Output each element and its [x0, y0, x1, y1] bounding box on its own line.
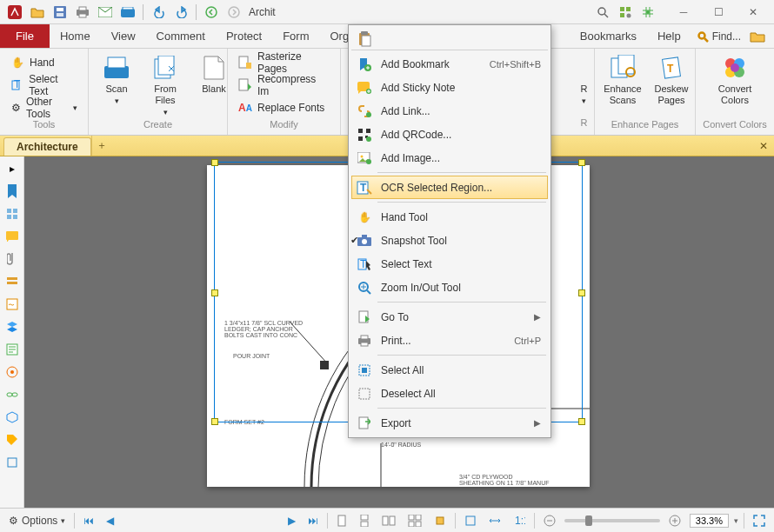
svg-rect-23 — [108, 57, 125, 68]
ctx-zoom-label: Zoom In/Out Tool — [381, 282, 541, 294]
layout-single-icon[interactable] — [333, 512, 350, 529]
window-minimize[interactable]: ─ — [666, 0, 701, 24]
nav-fwd-icon[interactable] — [224, 2, 244, 23]
convert-colors-button[interactable]: Convert Colors — [714, 52, 756, 108]
ctx-export-label: Export — [381, 417, 534, 429]
svg-rect-45 — [7, 282, 17, 284]
open-icon[interactable] — [27, 2, 48, 23]
ctx-add-link[interactable]: Add Link... — [351, 99, 548, 123]
recompress-button[interactable]: Recompress Im — [235, 75, 333, 96]
destinations-panel-icon[interactable] — [3, 363, 21, 381]
ctx-export[interactable]: Export ▶ — [351, 411, 548, 435]
document-tab-active[interactable]: Architecture — [3, 137, 91, 156]
ctx-zoom-tool[interactable]: Zoom In/Out Tool — [351, 276, 548, 299]
hand-tool-button[interactable]: ✋Hand — [7, 52, 81, 73]
window-maximize[interactable]: ☐ — [701, 0, 736, 24]
ctx-snapshot-tool[interactable]: ✔ Snapshot Tool — [351, 229, 548, 252]
ctx-add-sticky[interactable]: Add Sticky Note — [351, 76, 548, 99]
enhance-scans-button[interactable]: Enhance Scans — [602, 52, 644, 108]
ctx-ocr-region[interactable]: T OCR Selected Region... — [351, 176, 548, 199]
fit-page-icon[interactable] — [461, 512, 480, 529]
fields-panel-icon[interactable] — [3, 273, 21, 290]
email-icon[interactable] — [95, 2, 116, 23]
tab-view[interactable]: View — [101, 24, 146, 48]
ctx-hand-tool[interactable]: ✋ Hand Tool — [351, 205, 548, 229]
ctx-qr-label: Add QRCode... — [381, 129, 541, 141]
redo-icon[interactable] — [170, 2, 191, 23]
first-page-button[interactable]: ⏮ — [80, 512, 97, 529]
ctx-add-bookmark[interactable]: Add Bookmark Ctrl+Shift+B — [351, 52, 548, 76]
ctx-select-text[interactable]: T Select Text — [351, 252, 548, 276]
links-panel-icon[interactable] — [3, 386, 21, 403]
tab-bookmarks[interactable]: Bookmarks — [570, 30, 647, 43]
ctx-deselect-all[interactable]: Deselect All — [351, 382, 548, 405]
properties-panel-icon[interactable] — [3, 454, 21, 471]
layout-facing-icon[interactable] — [378, 512, 399, 529]
gear-status-icon: ⚙ — [9, 515, 18, 527]
actual-size-icon[interactable]: 1:1 — [510, 512, 529, 529]
open-folder-icon[interactable] — [747, 26, 768, 47]
tags-panel-icon[interactable] — [3, 431, 21, 449]
tab-comment[interactable]: Comment — [146, 24, 216, 48]
fit-width-icon[interactable] — [485, 512, 504, 529]
layout-facing-continuous-icon[interactable] — [404, 512, 425, 529]
ui-options-icon[interactable] — [615, 2, 636, 23]
attachments-panel-icon[interactable] — [3, 250, 21, 268]
new-tab-button[interactable]: ＋ — [91, 136, 112, 156]
deskew-button[interactable]: TDeskew Pages — [651, 52, 692, 108]
zoom-out-button[interactable] — [540, 512, 559, 529]
thumbnails-panel-icon[interactable] — [3, 205, 21, 223]
ctx-goto[interactable]: Go To ▶ — [351, 305, 548, 329]
scan-qat-icon[interactable] — [117, 2, 138, 23]
group-modify-label: Modify — [235, 119, 333, 133]
scan-button[interactable]: Scan▾ — [96, 52, 137, 107]
layers-panel-icon[interactable] — [3, 318, 21, 336]
fullscreen-icon[interactable] — [750, 512, 769, 529]
replace-fonts-button[interactable]: AAReplace Fonts — [235, 97, 333, 118]
app-icon[interactable] — [4, 2, 25, 23]
search-icon[interactable] — [592, 2, 613, 23]
close-tab-button[interactable]: ✕ — [753, 136, 774, 156]
zoom-slider[interactable] — [564, 519, 660, 522]
replace-fonts-label: Replace Fonts — [257, 102, 324, 114]
ctx-select-all[interactable]: Select All — [351, 358, 548, 382]
last-page-button[interactable]: ⏭ — [304, 512, 322, 529]
other-tools-button[interactable]: ⚙Other Tools▾ — [7, 97, 81, 118]
undo-icon[interactable] — [148, 2, 169, 23]
svg-rect-6 — [79, 14, 86, 17]
rotate-view-icon[interactable] — [430, 512, 450, 529]
next-page-button[interactable]: ▶ — [284, 512, 299, 529]
from-files-button[interactable]: From Files▾ — [144, 52, 186, 118]
options-button[interactable]: ⚙ Options▾ — [5, 512, 69, 529]
ctx-print-label: Print... — [381, 335, 514, 347]
tab-file[interactable]: File — [0, 24, 50, 48]
zoom-value[interactable]: 33.3% — [690, 514, 729, 528]
find-button[interactable]: Find... — [691, 29, 746, 44]
ctx-deselectall-label: Deselect All — [381, 388, 541, 400]
tab-form[interactable]: Form — [272, 24, 319, 48]
rasterize-button[interactable]: Rasterize Pages — [235, 52, 333, 73]
print-icon[interactable] — [72, 2, 93, 23]
select-text-ctx-icon: T — [355, 255, 374, 274]
signatures-panel-icon[interactable] — [3, 296, 21, 313]
ctx-print[interactable]: Print... Ctrl+P — [351, 329, 548, 352]
ctx-add-image[interactable]: Add Image... — [351, 146, 548, 170]
comments-panel-icon[interactable] — [3, 228, 21, 245]
layout-continuous-icon[interactable] — [356, 512, 373, 529]
window-close[interactable]: ✕ — [736, 0, 771, 24]
tab-help[interactable]: Help — [647, 30, 691, 43]
prev-page-button[interactable]: ◀ — [103, 512, 117, 529]
content-panel-icon[interactable] — [3, 341, 21, 358]
nav-back-icon[interactable] — [201, 2, 222, 23]
tab-home[interactable]: Home — [50, 24, 101, 48]
3d-panel-icon[interactable] — [3, 409, 21, 426]
tab-protect[interactable]: Protect — [216, 24, 272, 48]
rail-arrow-icon[interactable]: ▸ — [3, 160, 21, 177]
save-icon[interactable] — [50, 2, 70, 23]
launch-icon[interactable] — [637, 2, 658, 23]
select-text-button[interactable]: TSelect Text — [7, 75, 81, 96]
zoom-in-button[interactable] — [665, 512, 684, 529]
bookmarks-panel-icon[interactable] — [3, 183, 21, 200]
ctx-snapshot-label: Snapshot Tool — [381, 235, 541, 247]
ctx-add-qr[interactable]: Add QRCode... — [351, 123, 548, 146]
